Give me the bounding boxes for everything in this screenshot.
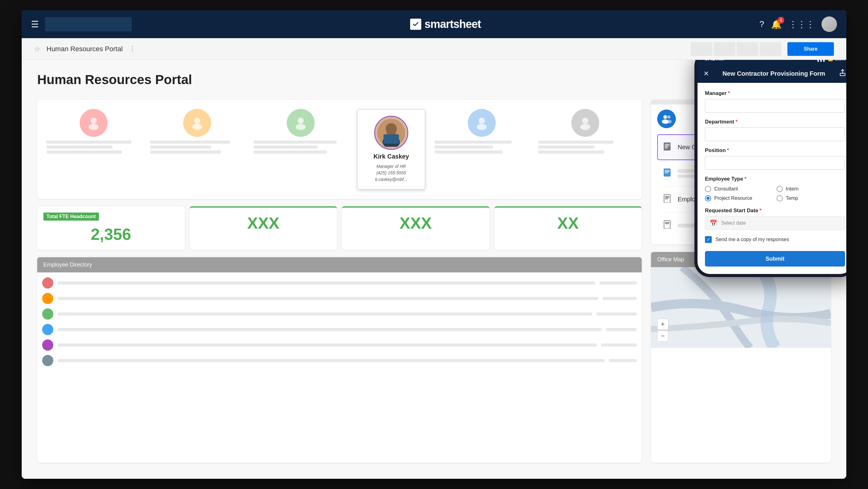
office-map-card: Office Map + xyxy=(651,252,831,463)
stat-card-3: XXX xyxy=(342,206,490,250)
logo-checkmark xyxy=(410,19,421,30)
radio-intern[interactable]: Intern xyxy=(777,186,845,192)
dir-avatar-1 xyxy=(42,278,53,289)
manager-label: Manager* xyxy=(705,90,845,96)
department-input[interactable] xyxy=(705,127,845,141)
dir-line-1 xyxy=(58,281,595,285)
table-row[interactable] xyxy=(42,293,637,304)
svg-rect-20 xyxy=(664,144,670,145)
kirk-caskey-card[interactable]: Kirk Caskey Manager of HR (425) 155-5555… xyxy=(357,109,425,190)
table-row[interactable] xyxy=(42,355,637,366)
table-row[interactable] xyxy=(42,324,637,335)
favorite-icon[interactable]: ☆ xyxy=(34,45,40,53)
nav-right-icons: ? 🔔 4 ⋮⋮⋮ xyxy=(759,17,837,32)
secondary-toolbar: ☆ Human Resources Portal ⋮ Share xyxy=(22,38,846,60)
radio-temp[interactable]: Temp xyxy=(777,195,845,201)
employee-type-label: Employee Type* xyxy=(705,176,845,182)
dir-line-5b xyxy=(601,343,637,347)
svg-point-11 xyxy=(478,118,485,124)
more-options-icon[interactable]: ⋮ xyxy=(129,45,136,53)
person-lines-4 xyxy=(435,141,529,153)
map-zoom-in[interactable]: + xyxy=(657,319,669,330)
logo-text: smartsheet xyxy=(424,18,481,31)
svg-rect-26 xyxy=(664,171,670,172)
position-label: Position* xyxy=(705,147,845,153)
svg-rect-27 xyxy=(664,173,669,173)
dir-line-6b xyxy=(609,359,637,362)
phone-share-button[interactable] xyxy=(839,69,846,78)
phone-overlay: 9:41 AM ▌▌▌ 📶 100% × New Contractor Prov… xyxy=(694,60,846,277)
table-row[interactable] xyxy=(42,340,637,351)
toolbar-buttons xyxy=(691,42,781,56)
user-avatar[interactable] xyxy=(822,17,837,32)
phone-submit-button[interactable]: Submit xyxy=(705,251,845,266)
copy-checkbox[interactable]: ✓ xyxy=(705,236,712,243)
dir-line-3 xyxy=(58,312,592,316)
app-logo: smartsheet xyxy=(132,18,759,31)
kirk-name: Kirk Caskey xyxy=(374,153,409,160)
map-zoom-out[interactable]: − xyxy=(657,330,669,342)
stats-row: Total FTE Headcount 2,356 XXX XXX XX xyxy=(37,206,642,250)
svg-rect-21 xyxy=(664,145,670,146)
people-cards-section: Kirk Caskey Manager of HR (425) 155-5555… xyxy=(37,99,642,199)
portal-name: Human Resources Portal xyxy=(46,45,123,53)
apps-icon[interactable]: ⋮⋮⋮ xyxy=(788,19,815,29)
left-panel: Kirk Caskey Manager of HR (425) 155-5555… xyxy=(37,99,642,463)
dir-line-4b xyxy=(606,328,637,331)
radio-project-resource[interactable]: Project Resource xyxy=(705,195,773,201)
dir-line-4 xyxy=(58,328,601,331)
dir-avatar-4 xyxy=(42,324,53,335)
department-field-group: Department* xyxy=(705,119,845,141)
phone-close-button[interactable]: × xyxy=(704,68,709,79)
manager-field-group: Manager* xyxy=(705,90,845,113)
table-row[interactable] xyxy=(42,278,637,289)
copy-checkbox-label: Send me a copy of my responses xyxy=(715,237,789,242)
start-date-label: Requested Start Date* xyxy=(705,208,845,214)
notification-badge: 4 xyxy=(777,17,784,24)
dir-line-2 xyxy=(58,297,598,300)
notifications-icon[interactable]: 🔔 4 xyxy=(771,19,782,29)
svg-rect-29 xyxy=(665,196,669,197)
person-card-4 xyxy=(435,109,529,153)
stat-value-4: XX xyxy=(501,214,636,232)
dir-avatar-6 xyxy=(42,355,53,366)
stat-card-headcount: Total FTE Headcount 2,356 xyxy=(37,206,185,250)
phone-form-header: × New Contractor Provisioning Form xyxy=(698,64,846,83)
table-row[interactable] xyxy=(42,309,637,320)
svg-rect-22 xyxy=(664,146,669,147)
radio-consultant-circle[interactable] xyxy=(705,186,711,192)
search-bar[interactable] xyxy=(45,17,132,31)
person-card-1 xyxy=(46,109,141,153)
help-icon[interactable]: ? xyxy=(759,19,764,29)
svg-rect-32 xyxy=(664,221,670,229)
svg-point-17 xyxy=(668,115,671,118)
svg-point-18 xyxy=(666,120,672,123)
person-lines-5 xyxy=(538,141,632,153)
people-icon xyxy=(657,110,676,128)
position-input[interactable] xyxy=(705,156,845,170)
svg-point-15 xyxy=(663,115,667,119)
person-card-5 xyxy=(538,109,632,153)
battery-icon: 100% xyxy=(835,60,845,61)
manager-input[interactable] xyxy=(705,99,845,113)
copy-checkbox-row: ✓ Send me a copy of my responses xyxy=(705,236,845,243)
person-avatar-orange xyxy=(183,109,211,137)
toolbar-btn-2[interactable] xyxy=(714,42,735,56)
person-lines-2 xyxy=(150,141,244,153)
radio-project-resource-circle[interactable] xyxy=(705,195,711,201)
hamburger-icon[interactable]: ☰ xyxy=(31,19,39,29)
share-button[interactable]: Share xyxy=(787,42,834,56)
toolbar-btn-4[interactable] xyxy=(760,42,781,56)
radio-consultant[interactable]: Consultant xyxy=(705,186,773,192)
start-date-picker[interactable]: 📅 Select date xyxy=(705,216,845,230)
radio-temp-circle[interactable] xyxy=(777,195,783,201)
stat-card-2: XXX xyxy=(190,206,337,250)
person-avatar-gray xyxy=(571,109,599,137)
stat-value-headcount: 2,356 xyxy=(43,225,179,243)
form-icon-contractor xyxy=(663,142,672,153)
svg-point-1 xyxy=(89,124,99,130)
toolbar-btn-3[interactable] xyxy=(737,42,758,56)
stat-value-3: XXX xyxy=(348,214,483,232)
radio-intern-circle[interactable] xyxy=(777,186,783,192)
toolbar-btn-1[interactable] xyxy=(691,42,712,56)
